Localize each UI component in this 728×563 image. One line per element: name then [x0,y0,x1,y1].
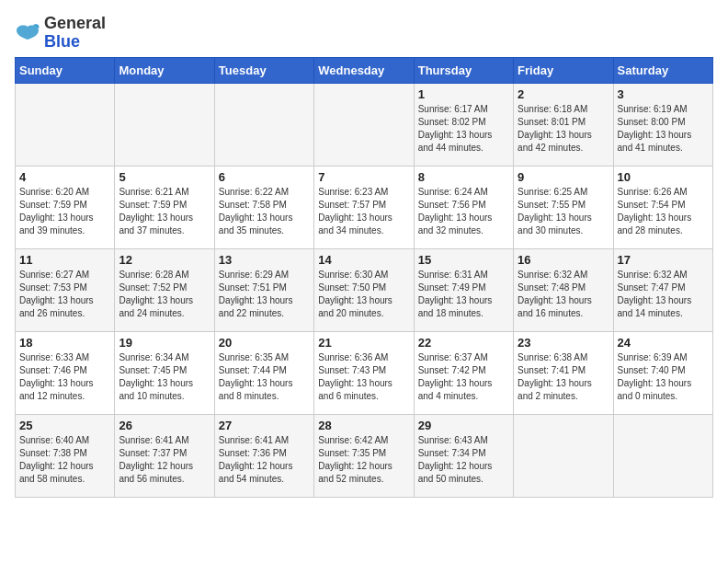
day-info: Sunrise: 6:23 AM Sunset: 7:57 PM Dayligh… [318,186,409,237]
day-info: Sunrise: 6:32 AM Sunset: 7:47 PM Dayligh… [618,269,709,320]
col-header-wednesday: Wednesday [314,57,414,83]
calendar-cell: 3Sunrise: 6:19 AM Sunset: 8:00 PM Daylig… [613,83,712,166]
col-header-tuesday: Tuesday [214,57,313,83]
page-header: General Blue [15,15,713,52]
day-number: 5 [119,170,210,184]
day-info: Sunrise: 6:36 AM Sunset: 7:43 PM Dayligh… [318,351,409,403]
calendar-cell: 19Sunrise: 6:34 AM Sunset: 7:45 PM Dayli… [115,331,214,414]
day-number: 27 [219,419,310,432]
calendar-cell: 8Sunrise: 6:24 AM Sunset: 7:56 PM Daylig… [414,166,513,248]
day-info: Sunrise: 6:19 AM Sunset: 8:00 PM Dayligh… [618,103,709,155]
day-info: Sunrise: 6:22 AM Sunset: 7:58 PM Dayligh… [219,186,310,237]
day-info: Sunrise: 6:41 AM Sunset: 7:36 PM Dayligh… [219,434,310,486]
day-number: 20 [219,336,310,350]
calendar-cell [16,83,115,166]
day-number: 24 [618,336,709,350]
day-info: Sunrise: 6:26 AM Sunset: 7:54 PM Dayligh… [618,186,709,237]
logo-bird-icon [15,23,40,43]
calendar-cell [115,83,214,166]
calendar-cell: 18Sunrise: 6:33 AM Sunset: 7:46 PM Dayli… [16,331,115,414]
day-number: 21 [318,336,409,350]
calendar-cell: 11Sunrise: 6:27 AM Sunset: 7:53 PM Dayli… [16,248,115,331]
calendar-cell: 2Sunrise: 6:18 AM Sunset: 8:01 PM Daylig… [514,83,613,166]
day-info: Sunrise: 6:43 AM Sunset: 7:34 PM Dayligh… [418,434,509,486]
day-number: 9 [518,170,609,184]
calendar-week-row: 18Sunrise: 6:33 AM Sunset: 7:46 PM Dayli… [16,331,713,414]
calendar-table: SundayMondayTuesdayWednesdayThursdayFrid… [15,57,713,498]
day-info: Sunrise: 6:25 AM Sunset: 7:55 PM Dayligh… [518,186,609,237]
calendar-cell [613,414,712,497]
calendar-cell: 1Sunrise: 6:17 AM Sunset: 8:02 PM Daylig… [414,83,513,166]
day-number: 26 [119,419,210,432]
calendar-cell: 10Sunrise: 6:26 AM Sunset: 7:54 PM Dayli… [613,166,712,248]
day-number: 4 [19,170,110,184]
day-number: 15 [418,253,509,267]
calendar-cell: 27Sunrise: 6:41 AM Sunset: 7:36 PM Dayli… [214,414,313,497]
day-number: 14 [318,253,409,267]
calendar-week-row: 4Sunrise: 6:20 AM Sunset: 7:59 PM Daylig… [16,166,713,248]
calendar-header: SundayMondayTuesdayWednesdayThursdayFrid… [16,57,713,83]
calendar-cell: 13Sunrise: 6:29 AM Sunset: 7:51 PM Dayli… [214,248,313,331]
day-number: 2 [518,87,609,101]
day-info: Sunrise: 6:18 AM Sunset: 8:01 PM Dayligh… [518,103,609,155]
calendar-cell: 6Sunrise: 6:22 AM Sunset: 7:58 PM Daylig… [214,166,313,248]
calendar-cell [314,83,414,166]
day-info: Sunrise: 6:33 AM Sunset: 7:46 PM Dayligh… [19,351,110,403]
day-number: 28 [318,419,409,432]
calendar-cell: 12Sunrise: 6:28 AM Sunset: 7:52 PM Dayli… [115,248,214,331]
day-number: 25 [19,419,110,432]
calendar-cell [214,83,313,166]
day-number: 6 [219,170,310,184]
calendar-cell: 24Sunrise: 6:39 AM Sunset: 7:40 PM Dayli… [613,331,712,414]
day-number: 12 [119,253,210,267]
day-number: 3 [618,87,709,101]
calendar-cell: 22Sunrise: 6:37 AM Sunset: 7:42 PM Dayli… [414,331,513,414]
day-number: 8 [418,170,509,184]
col-header-friday: Friday [514,57,613,83]
calendar-week-row: 1Sunrise: 6:17 AM Sunset: 8:02 PM Daylig… [16,83,713,166]
calendar-cell: 28Sunrise: 6:42 AM Sunset: 7:35 PM Dayli… [314,414,414,497]
logo: General Blue [15,15,106,52]
calendar-cell: 25Sunrise: 6:40 AM Sunset: 7:38 PM Dayli… [16,414,115,497]
day-info: Sunrise: 6:31 AM Sunset: 7:49 PM Dayligh… [418,269,509,320]
day-number: 19 [119,336,210,350]
day-number: 22 [418,336,509,350]
logo-text: General Blue [44,15,106,52]
calendar-cell: 4Sunrise: 6:20 AM Sunset: 7:59 PM Daylig… [16,166,115,248]
day-info: Sunrise: 6:17 AM Sunset: 8:02 PM Dayligh… [418,103,509,155]
day-info: Sunrise: 6:29 AM Sunset: 7:51 PM Dayligh… [219,269,310,320]
col-header-saturday: Saturday [613,57,712,83]
logo-blue: Blue [44,32,80,51]
day-info: Sunrise: 6:20 AM Sunset: 7:59 PM Dayligh… [19,186,110,237]
day-info: Sunrise: 6:24 AM Sunset: 7:56 PM Dayligh… [418,186,509,237]
day-info: Sunrise: 6:21 AM Sunset: 7:59 PM Dayligh… [119,186,210,237]
day-number: 23 [518,336,609,350]
calendar-week-row: 11Sunrise: 6:27 AM Sunset: 7:53 PM Dayli… [16,248,713,331]
calendar-cell [514,414,613,497]
calendar-week-row: 25Sunrise: 6:40 AM Sunset: 7:38 PM Dayli… [16,414,713,497]
calendar-cell: 26Sunrise: 6:41 AM Sunset: 7:37 PM Dayli… [115,414,214,497]
day-info: Sunrise: 6:27 AM Sunset: 7:53 PM Dayligh… [19,269,110,320]
calendar-cell: 5Sunrise: 6:21 AM Sunset: 7:59 PM Daylig… [115,166,214,248]
col-header-sunday: Sunday [16,57,115,83]
calendar-cell: 14Sunrise: 6:30 AM Sunset: 7:50 PM Dayli… [314,248,414,331]
day-number: 17 [618,253,709,267]
day-number: 7 [318,170,409,184]
calendar-cell: 9Sunrise: 6:25 AM Sunset: 7:55 PM Daylig… [514,166,613,248]
calendar-cell: 17Sunrise: 6:32 AM Sunset: 7:47 PM Dayli… [613,248,712,331]
day-info: Sunrise: 6:32 AM Sunset: 7:48 PM Dayligh… [518,269,609,320]
day-number: 10 [618,170,709,184]
calendar-cell: 20Sunrise: 6:35 AM Sunset: 7:44 PM Dayli… [214,331,313,414]
day-info: Sunrise: 6:42 AM Sunset: 7:35 PM Dayligh… [318,434,409,486]
calendar-cell: 15Sunrise: 6:31 AM Sunset: 7:49 PM Dayli… [414,248,513,331]
day-number: 18 [19,336,110,350]
day-info: Sunrise: 6:38 AM Sunset: 7:41 PM Dayligh… [518,351,609,403]
day-number: 13 [219,253,310,267]
col-header-monday: Monday [115,57,214,83]
day-number: 1 [418,87,509,101]
day-info: Sunrise: 6:41 AM Sunset: 7:37 PM Dayligh… [119,434,210,486]
day-number: 29 [418,419,509,432]
calendar-cell: 23Sunrise: 6:38 AM Sunset: 7:41 PM Dayli… [514,331,613,414]
calendar-cell: 29Sunrise: 6:43 AM Sunset: 7:34 PM Dayli… [414,414,513,497]
day-info: Sunrise: 6:39 AM Sunset: 7:40 PM Dayligh… [618,351,709,403]
